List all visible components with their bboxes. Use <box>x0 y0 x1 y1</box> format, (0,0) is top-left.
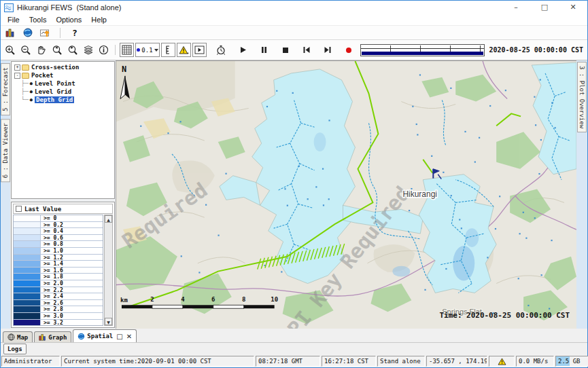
logs-button[interactable]: Logs <box>3 344 27 354</box>
info-icon[interactable] <box>97 43 111 57</box>
tab-close-icon[interactable]: ✕ <box>126 333 132 340</box>
map-viewport[interactable]: API Key Required API Key Required Hikura… <box>116 60 576 329</box>
tree-item-depth-grid[interactable]: └─ ● Depth Grid <box>12 96 114 104</box>
legend-row[interactable]: >= 2.8 <box>14 306 103 313</box>
stop-button[interactable] <box>278 43 292 57</box>
time-slider-range[interactable] <box>362 52 483 55</box>
tab-restore-icon[interactable]: □ <box>116 333 122 340</box>
legend-row[interactable]: >= 1.4 <box>14 261 103 268</box>
legend-row[interactable]: >= 3.0 <box>14 313 103 320</box>
skip-to-start-button[interactable] <box>299 43 313 57</box>
tab-data-viewer[interactable]: 6 : Data Viewer <box>1 119 10 182</box>
legend-row[interactable]: >= 0.4 <box>14 228 103 235</box>
legend-color-swatch <box>14 255 41 261</box>
tab-map[interactable]: Map <box>3 331 33 342</box>
skip-to-end-button[interactable] <box>320 43 334 57</box>
tree-item-level-point[interactable]: ├─ ● Level Point <box>12 79 114 88</box>
legend-row-label: >= 1.6 <box>41 268 103 274</box>
toolbar-separator <box>115 45 116 55</box>
minimize-button[interactable]: – <box>502 1 530 14</box>
time-slider[interactable] <box>360 44 485 56</box>
contour-threshold-dropdown[interactable]: 0.1 <box>135 43 160 57</box>
legend-color-swatch <box>14 274 41 280</box>
legend-row[interactable]: >= 2.2 <box>14 287 103 294</box>
legend-row-label: >= 1.4 <box>41 261 103 267</box>
menu-tools[interactable]: Tools <box>24 16 52 24</box>
menu-help[interactable]: Help <box>86 16 111 24</box>
menu-options[interactable]: Options <box>51 16 86 24</box>
tab-graph[interactable]: Graph <box>34 331 71 342</box>
legend-row[interactable]: >= 1.2 <box>14 255 103 261</box>
expand-icon[interactable]: + <box>14 65 20 71</box>
zoom-next-icon[interactable] <box>65 43 80 57</box>
status-coordinates: -35.657 , 174.199 <box>426 356 487 367</box>
menu-file[interactable]: File <box>3 16 24 24</box>
svg-text:4: 4 <box>181 296 184 303</box>
last-value-checkbox[interactable] <box>16 206 22 212</box>
scroll-down-icon[interactable]: ▼ <box>105 318 112 325</box>
tab-spatial-label: Spatial <box>87 333 113 339</box>
map-globe-icon[interactable] <box>22 27 34 39</box>
legend-row[interactable]: >= 1.0 <box>14 248 103 255</box>
legend-color-swatch <box>14 268 41 274</box>
tab-spatial[interactable]: Spatial □ ✕ <box>73 329 137 342</box>
legend-row-label: >= 2.0 <box>41 280 103 287</box>
tree-item-label[interactable]: Level Point <box>35 80 75 87</box>
legend-row[interactable]: >= 2.6 <box>14 300 103 307</box>
scale-bar-button[interactable] <box>161 43 175 57</box>
layers-icon[interactable] <box>81 43 95 57</box>
warning-threshold-button[interactable] <box>177 43 191 57</box>
collapse-icon[interactable]: - <box>14 73 20 79</box>
legend-row-label: >= 1.0 <box>41 248 103 254</box>
tab-plot-overview[interactable]: 3 : Plot Overview <box>577 62 587 132</box>
legend-row[interactable]: >= 2.0 <box>14 280 103 287</box>
graphs-icon[interactable] <box>4 27 16 39</box>
tree-item-label[interactable]: Level Grid <box>35 88 71 95</box>
tree-item-label[interactable]: Cross-section <box>31 64 79 71</box>
legend-row[interactable]: >= 2.4 <box>14 293 103 300</box>
tree-item-level-grid[interactable]: ├─ ● Level Grid <box>12 88 114 96</box>
zoom-out-icon[interactable] <box>18 43 33 57</box>
zoom-previous-icon[interactable] <box>50 43 64 57</box>
current-time-label: 2020-08-25 00:00:00 CST <box>489 46 583 54</box>
legend-row[interactable]: >= 0 <box>14 215 103 222</box>
grid-display-button[interactable] <box>120 43 134 57</box>
tab-forecast[interactable]: 5 : Forecast <box>1 63 10 115</box>
legend-row[interactable]: >= 0.6 <box>14 235 103 242</box>
help-button[interactable]: ? <box>69 27 81 39</box>
svg-text:10: 10 <box>271 296 278 303</box>
scroll-track[interactable] <box>105 223 112 318</box>
close-button[interactable]: ✕ <box>559 1 587 14</box>
legend-scrollbar[interactable]: ▲ ▼ <box>104 215 113 326</box>
legend-row-label: >= 2.8 <box>41 306 103 312</box>
bar-chart-icon <box>39 333 46 341</box>
status-gmt-time: 08:27:18 GMT <box>256 356 320 367</box>
tree-item-cross-section[interactable]: + Cross-section <box>12 63 114 71</box>
legend-row-label: >= 0.2 <box>41 222 103 228</box>
play-button[interactable] <box>236 43 250 57</box>
legend-row[interactable]: >= 3.2 <box>14 320 103 327</box>
legend-row[interactable]: >= 1.8 <box>14 274 103 280</box>
map-canvas[interactable]: API Key Required API Key Required Hikura… <box>116 61 576 329</box>
legend-color-swatch <box>14 241 41 247</box>
scroll-up-icon[interactable]: ▲ <box>105 215 112 223</box>
legend-row[interactable]: >= 0.2 <box>14 222 103 229</box>
tree-item-pocket[interactable]: - Pocket <box>12 71 114 79</box>
zoom-in-icon[interactable] <box>3 43 17 57</box>
legend-color-swatch <box>14 222 41 228</box>
legend-row[interactable]: >= 0.8 <box>14 241 103 248</box>
pan-hand-icon[interactable] <box>34 43 48 57</box>
tree-item-label[interactable]: Pocket <box>31 72 54 79</box>
legend-row[interactable]: >= 1.6 <box>14 268 103 274</box>
record-button[interactable] <box>341 43 356 57</box>
animation-panel-button[interactable] <box>192 43 207 57</box>
maximize-button[interactable]: □ <box>530 1 559 14</box>
tree-item-label-selected[interactable]: Depth Grid <box>35 96 74 103</box>
spatial-display-icon[interactable] <box>39 27 52 39</box>
animation-timer-icon[interactable] <box>213 43 228 57</box>
legend-row-label: >= 2.6 <box>41 300 103 306</box>
last-value-label: Last Value <box>24 206 61 213</box>
legend-row-label: >= 0.8 <box>41 241 103 247</box>
pause-button[interactable] <box>257 43 271 57</box>
status-warning-icon[interactable] <box>489 356 515 367</box>
